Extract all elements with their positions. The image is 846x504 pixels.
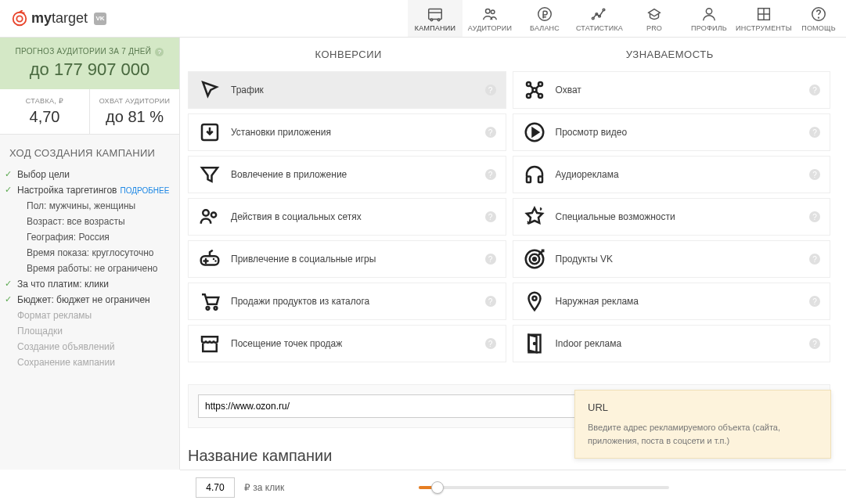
nav-help[interactable]: ПОМОЩЬ <box>791 0 846 37</box>
help-icon[interactable]: ? <box>485 127 496 138</box>
bottom-bar: ₽ за клик <box>180 470 846 504</box>
goal-label: Специальные возможности <box>556 211 675 222</box>
goal-reach[interactable]: Охват? <box>513 71 831 109</box>
progress-item-creatives: Создание объявлений <box>9 339 170 355</box>
svg-point-26 <box>538 82 542 86</box>
help-icon[interactable]: ? <box>809 254 820 265</box>
goals-grid: Трафик? Установки приложения? Вовлечение… <box>188 71 830 362</box>
help-icon[interactable]: ? <box>809 127 820 138</box>
stats-row: СТАВКА, ₽ 4,70 ОХВАТ АУДИТОРИИ до 81 % <box>0 89 179 135</box>
svg-point-23 <box>207 307 210 310</box>
progress-item-budget[interactable]: Бюджет: бюджет не ограничен <box>9 292 170 308</box>
nav-statistics[interactable]: СТАТИСТИКА <box>572 0 627 37</box>
svg-point-18 <box>819 17 819 18</box>
svg-rect-2 <box>429 9 442 19</box>
nav-pro[interactable]: PRO <box>627 0 682 37</box>
svg-point-36 <box>532 297 536 301</box>
logo[interactable]: mytarget VK <box>11 10 106 27</box>
nav-audiences[interactable]: АУДИТОРИИ <box>463 0 517 37</box>
slider-thumb[interactable] <box>431 481 444 494</box>
goal-special[interactable]: Специальные возможности? <box>513 198 831 236</box>
progress-title: ХОД СОЗДАНИЯ КАМПАНИИ <box>0 135 179 167</box>
statistics-icon <box>590 5 609 23</box>
help-icon[interactable]: ? <box>809 296 820 307</box>
help-icon[interactable]: ? <box>485 169 496 180</box>
progress-item-goal[interactable]: Выбор цели <box>9 167 170 182</box>
goal-social-actions[interactable]: Действия в социальных сетях? <box>188 198 506 236</box>
help-icon[interactable]: ? <box>485 338 496 349</box>
goal-label: Трафик <box>231 85 264 95</box>
goal-indoor[interactable]: Indoor реклама? <box>513 325 831 362</box>
more-link[interactable]: ПОДРОБНЕЕ <box>121 186 170 195</box>
tab-awareness[interactable]: УЗНАВАЕМОСТЬ <box>509 38 831 71</box>
goal-social-games[interactable]: Привлечение в социальные игры? <box>188 240 506 278</box>
nav-profile[interactable]: ПРОФИЛЬ <box>682 0 736 37</box>
help-icon[interactable]: ? <box>485 85 496 95</box>
svg-point-27 <box>527 94 531 98</box>
progress-sub-geo: География: Россия <box>9 229 170 245</box>
goal-catalog-sales[interactable]: Продажи продуктов из каталога? <box>188 283 506 320</box>
goal-vk-products[interactable]: Продукты VK? <box>513 240 831 278</box>
goal-label: Просмотр видео <box>556 127 628 138</box>
progress-sub-gender: Пол: мужчины, женщины <box>9 198 170 214</box>
logo-icon <box>11 10 28 27</box>
help-icon[interactable]: ? <box>485 211 496 222</box>
svg-point-7 <box>491 9 495 13</box>
nav-balance[interactable]: БАЛАНС <box>517 0 572 37</box>
goal-label: Посещение точек продаж <box>231 338 342 349</box>
cart-icon <box>198 290 221 313</box>
goal-traffic[interactable]: Трафик? <box>188 71 506 109</box>
svg-point-8 <box>538 7 552 20</box>
nav-label: PRO <box>646 24 662 32</box>
bid-slider[interactable] <box>419 486 669 489</box>
help-icon[interactable]: ? <box>809 211 820 222</box>
bid-input[interactable] <box>196 477 235 498</box>
goal-engagement[interactable]: Вовлечение в приложение? <box>188 156 506 193</box>
logo-text: mytarget <box>31 10 88 27</box>
nav-campaigns[interactable]: КАМПАНИИ <box>408 0 463 37</box>
nav-label: АУДИТОРИИ <box>468 24 512 32</box>
stat-label: ОХВАТ АУДИТОРИИ <box>93 97 176 105</box>
svg-point-1 <box>16 16 22 21</box>
nav-label: ПРОФИЛЬ <box>691 24 727 32</box>
help-icon[interactable]: ? <box>485 254 496 265</box>
star-icon <box>523 205 546 229</box>
svg-point-28 <box>538 94 542 98</box>
svg-point-24 <box>214 307 218 310</box>
progress-sub-showtime: Время показа: круглосуточно <box>9 245 170 261</box>
svg-point-3 <box>430 18 433 20</box>
tab-conversions[interactable]: КОНВЕРСИИ <box>188 38 509 71</box>
goal-video[interactable]: Просмотр видео? <box>513 113 831 151</box>
audiences-icon <box>481 5 499 23</box>
svg-point-21 <box>211 212 216 217</box>
goal-outdoor[interactable]: Наружная реклама? <box>513 283 831 320</box>
door-icon <box>523 332 546 355</box>
goal-installs[interactable]: Установки приложения? <box>188 113 506 151</box>
progress-list: Выбор цели Настройка таргетинговПОДРОБНЕ… <box>0 167 179 370</box>
help-icon[interactable]: ? <box>485 296 496 307</box>
progress-item-pay[interactable]: За что платим: клики <box>9 276 170 292</box>
svg-point-20 <box>203 210 209 216</box>
nav-tools[interactable]: ИНСТРУМЕНТЫ <box>736 0 791 37</box>
svg-point-6 <box>486 9 491 13</box>
stat-value: 4,70 <box>3 108 86 126</box>
goal-audio[interactable]: Аудиореклама? <box>513 156 831 193</box>
goal-label: Продажи продуктов из каталога <box>231 296 369 307</box>
forecast-title: ПРОГНОЗ АУДИТОРИИ ЗА 7 ДНЕЙ ? <box>8 47 171 56</box>
svg-rect-32 <box>538 177 542 183</box>
help-icon[interactable]: ? <box>155 48 164 56</box>
cursor-icon <box>198 78 221 102</box>
headphones-icon <box>523 163 546 186</box>
vk-badge-icon: VK <box>94 13 106 25</box>
goal-label: Привлечение в социальные игры <box>231 254 376 265</box>
help-icon[interactable]: ? <box>809 85 820 95</box>
progress-item-save: Сохранение кампании <box>9 355 170 370</box>
goal-store-visits[interactable]: Посещение точек продаж? <box>188 325 506 362</box>
progress-sub-worktime: Время работы: не ограничено <box>9 261 170 276</box>
nav-label: БАЛАНС <box>530 24 560 32</box>
forecast-panel: ПРОГНОЗ АУДИТОРИИ ЗА 7 ДНЕЙ ? до 177 907… <box>0 38 179 89</box>
progress-item-targeting[interactable]: Настройка таргетинговПОДРОБНЕЕ <box>9 182 170 198</box>
progress-sub-age: Возраст: все возрасты <box>9 214 170 229</box>
help-icon[interactable]: ? <box>809 169 820 180</box>
help-icon[interactable]: ? <box>809 338 820 349</box>
